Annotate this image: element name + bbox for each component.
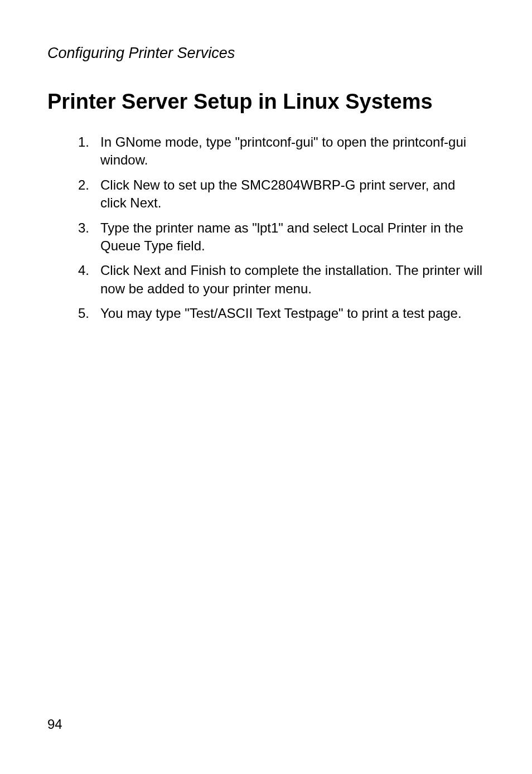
section-header: Configuring Printer Services [47,45,485,62]
list-text: Click New to set up the SMC2804WBRP-G pr… [100,176,485,212]
list-number: 1. [78,133,100,170]
list-item: 1. In GNome mode, type "printconf-gui" t… [78,133,485,170]
list-item: 5. You may type "Test/ASCII Text Testpag… [78,304,485,322]
list-text: In GNome mode, type "printconf-gui" to o… [100,133,485,170]
list-item: 3. Type the printer name as "lpt1" and s… [78,219,485,255]
list-text: Type the printer name as "lpt1" and sele… [100,219,485,255]
list-number: 4. [78,262,100,298]
page-number: 94 [47,717,62,732]
list-text: You may type "Test/ASCII Text Testpage" … [100,304,485,322]
list-text: Click Next and Finish to complete the in… [100,262,485,298]
instruction-list: 1. In GNome mode, type "printconf-gui" t… [47,133,485,323]
list-item: 2. Click New to set up the SMC2804WBRP-G… [78,176,485,212]
list-number: 5. [78,304,100,322]
list-number: 3. [78,219,100,255]
page-title: Printer Server Setup in Linux Systems [47,90,485,114]
list-number: 2. [78,176,100,212]
list-item: 4. Click Next and Finish to complete the… [78,262,485,298]
